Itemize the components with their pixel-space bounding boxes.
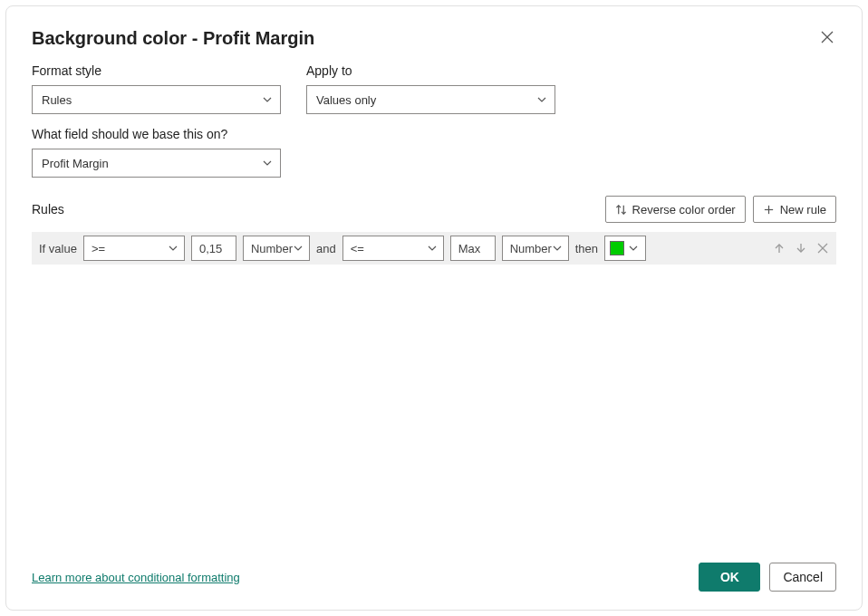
format-style-select[interactable]: Rules [32,85,281,114]
rule-type-2-value: Number [510,242,552,255]
chevron-down-icon [552,243,563,254]
rule-operator-1-value: >= [92,242,105,255]
chevron-down-icon [262,158,273,168]
new-rule-button[interactable]: New rule [753,196,836,223]
rule-type-2-select[interactable]: Number [502,236,569,261]
rule-value-2-input[interactable]: Max [450,236,496,261]
arrow-up-icon [773,242,786,255]
apply-to-label: Apply to [306,63,555,78]
chevron-down-icon [427,243,438,254]
rule-value-1: 0,15 [199,242,222,255]
chevron-down-icon [628,243,639,254]
learn-more-link[interactable]: Learn more about conditional formatting [32,571,240,584]
format-style-label: Format style [32,63,281,78]
move-rule-down-button[interactable] [795,242,807,255]
chevron-down-icon [168,243,178,254]
dialog-header: Background color - Profit Margin [32,28,836,49]
then-label: then [575,242,598,255]
chevron-down-icon [262,94,273,105]
reverse-color-order-label: Reverse color order [632,203,736,217]
close-icon [816,242,829,255]
format-style-value: Rules [42,93,72,107]
rules-section-label: Rules [32,202,64,217]
swap-vertical-icon [615,204,627,216]
rule-value-1-input[interactable]: 0,15 [191,236,236,261]
apply-to-value: Values only [316,93,376,107]
rule-operator-2-select[interactable]: <= [342,236,444,261]
rule-operator-1-select[interactable]: >= [83,236,185,261]
close-icon [821,31,834,43]
rule-type-1-value: Number [251,242,293,255]
close-button[interactable] [818,28,836,46]
cancel-button[interactable]: Cancel [769,563,836,592]
reverse-color-order-button[interactable]: Reverse color order [605,196,746,223]
conditional-formatting-dialog: Background color - Profit Margin Format … [5,5,863,611]
base-field-label: What field should we base this on? [32,127,281,141]
rule-value-2: Max [458,242,481,255]
apply-to-select[interactable]: Values only [306,85,555,114]
base-field-select[interactable]: Profit Margin [32,149,281,178]
and-label: and [316,242,336,255]
rule-row: If value >= 0,15 Number and <= Max Numbe… [32,232,836,265]
chevron-down-icon [536,94,547,105]
delete-rule-button[interactable] [816,242,829,255]
chevron-down-icon [293,243,304,254]
plus-icon [763,204,775,216]
rule-color-picker[interactable] [604,236,646,261]
rule-type-1-select[interactable]: Number [243,236,310,261]
if-value-label: If value [39,242,77,255]
new-rule-label: New rule [780,203,826,217]
color-swatch [610,241,624,255]
arrow-down-icon [795,242,807,255]
move-rule-up-button[interactable] [773,242,786,255]
dialog-title: Background color - Profit Margin [32,28,314,49]
rule-operator-2-value: <= [351,242,364,255]
base-field-value: Profit Margin [42,157,109,170]
ok-button[interactable]: OK [699,563,760,592]
